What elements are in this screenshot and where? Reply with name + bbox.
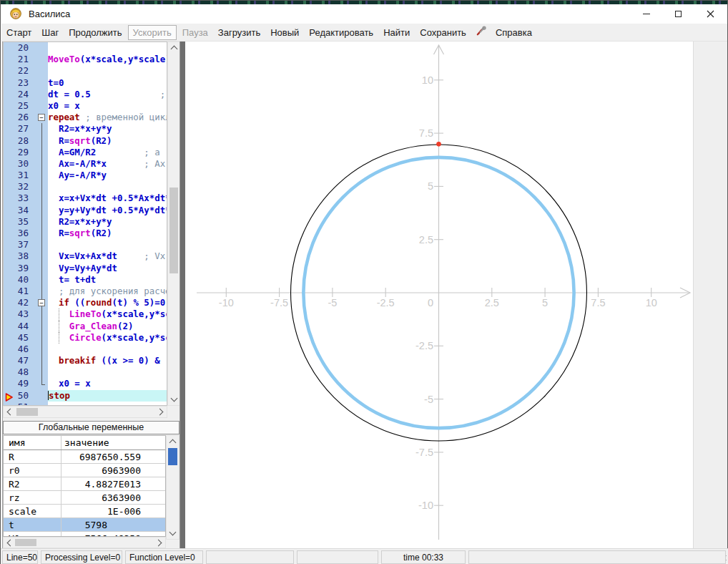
scroll-down-icon[interactable] bbox=[171, 395, 178, 402]
code-line-44[interactable]: 44 Gra_Clean(2) bbox=[4, 321, 167, 332]
menu-item-new[interactable]: Новый bbox=[266, 25, 303, 40]
fold-guide bbox=[38, 239, 48, 251]
code-line-25[interactable]: 25x0 = x bbox=[4, 100, 167, 112]
variable-row-rz[interactable]: rz6363900 bbox=[4, 491, 165, 505]
code-line-41[interactable]: 41 ; для ускорения расчёта bbox=[4, 286, 167, 297]
menu-item-load[interactable]: Загрузить bbox=[214, 25, 265, 40]
code-line-40[interactable]: 40 t= t+dt bbox=[4, 274, 167, 286]
code-text: LineTo(x*scale,y*scale) bbox=[48, 308, 167, 320]
current-statement-arrow-icon bbox=[5, 392, 13, 404]
menu-item-step[interactable]: Шаг bbox=[37, 25, 63, 40]
code-line-30[interactable]: 30 Ax=-A/R*x ; Ax bbox=[4, 158, 167, 170]
code-line-24[interactable]: 24dt = 0.5 ; шаг bbox=[4, 89, 167, 100]
close-button[interactable] bbox=[694, 4, 727, 24]
line-number: 27 bbox=[4, 123, 38, 135]
editor-hscroll-thumb[interactable] bbox=[16, 408, 38, 416]
menu-item-start[interactable]: Старт bbox=[2, 25, 36, 40]
code-editor[interactable]: 2021MoveTo(x*scale,y*scale)2223t=024dt =… bbox=[3, 42, 167, 406]
code-line-37[interactable]: 37 bbox=[4, 239, 167, 251]
code-line-36[interactable]: 36 R=sqrt(R2) bbox=[4, 228, 167, 239]
code-line-22[interactable]: 22 bbox=[4, 65, 167, 77]
maximize-button[interactable] bbox=[662, 4, 694, 24]
minimize-button[interactable] bbox=[630, 4, 662, 24]
status-cell-6 bbox=[468, 550, 726, 564]
code-line-31[interactable]: 31 Ay=-A/R*y bbox=[4, 170, 167, 181]
fold-guide bbox=[38, 263, 48, 274]
menu-item-pause[interactable]: Пауза bbox=[178, 25, 212, 40]
variable-name: scale bbox=[4, 505, 62, 517]
code-line-48[interactable]: 48 bbox=[4, 366, 167, 378]
scroll-left-icon[interactable] bbox=[7, 409, 14, 416]
x-tick-label: 2.5 bbox=[485, 297, 499, 308]
code-line-32[interactable]: 32 bbox=[4, 181, 167, 193]
menu-item-accelerate[interactable]: Ускорить bbox=[128, 25, 177, 40]
code-line-26[interactable]: 26−repeat ; временной цикл bbox=[4, 112, 167, 123]
scroll-up-icon[interactable] bbox=[171, 46, 178, 53]
menu-item-find[interactable]: Найти bbox=[379, 25, 414, 40]
code-line-42[interactable]: 42− if ((round(t) % 5)=0) bbox=[4, 297, 167, 308]
menu-item-continue[interactable]: Продолжить bbox=[64, 25, 126, 40]
variable-row-scale[interactable]: scale1E-006 bbox=[4, 505, 165, 518]
scroll-left-icon[interactable] bbox=[7, 540, 14, 547]
variables-vertical-scrollbar[interactable] bbox=[166, 435, 179, 540]
code-line-29[interactable]: 29 A=GM/R2 ; a bbox=[4, 147, 167, 158]
scroll-down-icon[interactable] bbox=[169, 529, 177, 536]
title-bar[interactable]: Василиса bbox=[1, 4, 727, 24]
y-tick-label: -10 bbox=[418, 500, 433, 511]
code-line-46[interactable]: 46 bbox=[4, 344, 167, 355]
fold-collapse-icon[interactable]: − bbox=[38, 297, 48, 308]
code-text: t=0 bbox=[48, 77, 167, 89]
code-line-35[interactable]: 35 R2=x*x+y*y bbox=[4, 216, 167, 228]
code-line-28[interactable]: 28 R=sqrt(R2) bbox=[4, 135, 167, 147]
code-line-47[interactable]: 47 breakif ((x >= 0) & bbox=[4, 355, 167, 366]
code-text: Vx=Vx+Ax*dt ; Vx bbox=[48, 251, 167, 262]
minimize-icon bbox=[643, 14, 650, 14]
fold-guide bbox=[38, 170, 48, 181]
code-line-38[interactable]: 38 Vx=Vx+Ax*dt ; Vx bbox=[4, 251, 167, 262]
variable-row-V0[interactable]: V07566.49358 bbox=[4, 532, 165, 537]
variables-table[interactable]: имя значение R6987650.559r06963900R24.88… bbox=[3, 435, 166, 537]
code-text: x=x+Vx*dt +0.5*Ax*dt*dt bbox=[48, 193, 167, 204]
variable-row-R2[interactable]: R24.8827E013 bbox=[4, 477, 165, 491]
menu-item-save[interactable]: Сохранить bbox=[415, 25, 471, 40]
code-line-21[interactable]: 21MoveTo(x*scale,y*scale) bbox=[4, 54, 167, 65]
line-number: 39 bbox=[4, 263, 38, 274]
code-line-34[interactable]: 34 y=y+Vy*dt +0.5*Ay*dt*dt bbox=[4, 205, 167, 216]
line-number: 44 bbox=[4, 321, 38, 332]
variable-row-r0[interactable]: r06963900 bbox=[4, 464, 165, 477]
code-line-39[interactable]: 39 Vy=Vy+Ay*dt bbox=[4, 263, 167, 274]
tools-icon[interactable] bbox=[472, 24, 490, 40]
scroll-right-icon[interactable] bbox=[155, 540, 162, 547]
fold-collapse-icon[interactable]: − bbox=[38, 112, 48, 123]
window-title: Василиса bbox=[29, 9, 70, 19]
panel-splitter[interactable] bbox=[179, 42, 185, 548]
editor-horizontal-scrollbar[interactable] bbox=[3, 406, 167, 418]
variables-hscroll-thumb[interactable] bbox=[15, 539, 36, 546]
scroll-right-icon[interactable] bbox=[157, 409, 164, 416]
app-window: Василиса СтартШагПродолжитьУскоритьПауза… bbox=[0, 0, 728, 564]
code-line-49[interactable]: 49 x0 = x bbox=[4, 378, 167, 389]
variables-table-header: имя значение bbox=[4, 436, 165, 450]
code-line-23[interactable]: 23t=0 bbox=[4, 77, 167, 89]
code-line-50[interactable]: 50stop bbox=[4, 390, 167, 402]
fold-guide bbox=[38, 366, 48, 378]
variables-horizontal-scrollbar[interactable] bbox=[3, 537, 166, 548]
variables-vscroll-thumb[interactable] bbox=[168, 448, 177, 465]
variable-row-R[interactable]: R6987650.559 bbox=[4, 450, 165, 464]
code-line-20[interactable]: 20 bbox=[4, 42, 167, 54]
editor-vertical-scrollbar[interactable] bbox=[167, 42, 180, 406]
line-number: 29 bbox=[4, 147, 38, 158]
code-line-43[interactable]: 43 LineTo(x*scale,y*scale) bbox=[4, 308, 167, 320]
code-text bbox=[48, 366, 167, 378]
code-line-33[interactable]: 33 x=x+Vx*dt +0.5*Ax*dt*dt bbox=[4, 193, 167, 204]
y-tick-label: -2.5 bbox=[415, 340, 433, 351]
code-line-27[interactable]: 27 R2=x*x+y*y bbox=[4, 123, 167, 135]
code-line-45[interactable]: 45 Circle(x*scale,y*scale,3) bbox=[4, 332, 167, 344]
menu-item-edit[interactable]: Редактировать bbox=[305, 25, 378, 40]
menu-item-help[interactable]: Справка bbox=[491, 25, 536, 40]
status-cell-2: Function Level=0 bbox=[125, 550, 203, 564]
editor-vscroll-thumb[interactable] bbox=[169, 188, 178, 273]
fold-guide bbox=[38, 181, 48, 193]
scroll-up-icon[interactable] bbox=[169, 439, 177, 447]
variable-row-t[interactable]: t5798 bbox=[4, 518, 165, 532]
